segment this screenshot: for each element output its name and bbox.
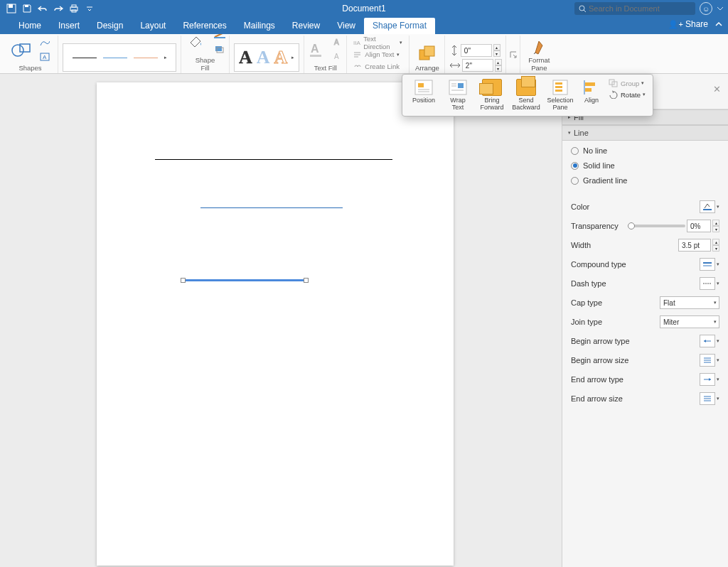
tab-home[interactable]: Home [10,18,50,34]
document-title: Document1 [342,4,385,14]
selection-handle-left[interactable] [181,278,186,283]
tab-design[interactable]: Design [88,18,132,34]
redo-btn[interactable] [51,2,65,15]
text-effects-btn[interactable]: A [331,50,346,63]
bring-forward-button[interactable]: Bring Forward [475,77,509,113]
tab-references[interactable]: References [174,18,235,34]
shapes-button[interactable] [9,40,34,59]
end-size-label: End arrow size [571,394,623,403]
color-dd[interactable]: ▾ [717,204,719,210]
wrap-text-button[interactable]: Wrap Text [441,77,475,113]
shape-fill-button[interactable] [183,34,209,50]
qat-more-btn[interactable] [82,2,97,15]
join-combo[interactable]: Miter▾ [660,315,719,328]
svg-rect-45 [703,209,712,210]
autosave-btn[interactable] [4,2,18,15]
shape-effects-btn[interactable] [212,43,228,55]
height-up[interactable]: ▴ [493,44,500,50]
cap-combo[interactable]: Flat▾ [660,296,719,309]
shape-styles-gallery[interactable]: ▸ [63,43,176,72]
join-label: Join type [571,318,602,326]
svg-rect-12 [214,37,225,38]
line-width-input[interactable]: 3.5 pt [678,239,711,252]
end-arrow-type[interactable] [700,373,715,386]
shape-line-2[interactable] [200,207,343,208]
titlebar-chevron-icon[interactable] [717,5,724,12]
shape-width[interactable]: 2" ▴▾ [449,59,502,72]
width-up[interactable]: ▴ [495,59,502,65]
arrange-button[interactable]: Arrange [412,45,443,72]
tab-layout[interactable]: Layout [132,18,174,34]
undo-btn[interactable] [36,2,50,15]
size-dialog-btn[interactable] [505,38,521,72]
selection-handle-right[interactable] [304,278,309,283]
solid-line-radio[interactable]: Solid line [571,161,719,170]
begin-arrow-type[interactable] [700,335,715,347]
transparency-label: Transparency [571,222,619,230]
search-input[interactable] [589,4,691,13]
shape-line-1[interactable] [155,159,392,160]
text-fill-icon: A [309,41,324,58]
wordart-gallery[interactable]: A A A ▸ [234,43,299,72]
position-button[interactable]: Position [407,77,441,113]
send-backward-button[interactable]: Send Backward [509,77,543,113]
width-input[interactable]: 2" [462,59,493,72]
cap-label: Cap type [571,298,602,307]
no-line-radio[interactable]: No line [571,146,719,155]
svg-rect-2 [25,5,28,7]
tab-review[interactable]: Review [284,18,328,34]
tab-shape-format[interactable]: Shape Format [364,18,435,34]
titlebar: Document1 ☺ [0,0,728,17]
text-box-btn[interactable]: A [37,50,53,63]
group-button[interactable]: Group▾ [609,79,646,87]
wordart-more-icon[interactable]: ▸ [291,55,294,60]
text-direction-btn[interactable]: IIAText Direction▾ [351,37,405,48]
gradient-line-radio[interactable]: Gradient line [571,176,719,185]
gallery-more-icon[interactable]: ▸ [164,55,167,60]
rotate-button[interactable]: Rotate▾ [609,90,646,99]
shape-line-selected[interactable] [183,279,306,281]
align-text-btn[interactable]: Align Text▾ [351,49,405,60]
height-input[interactable]: 0" [461,44,492,57]
transparency-slider[interactable] [630,225,685,227]
color-picker[interactable] [700,200,715,213]
compound-picker[interactable] [700,258,715,271]
begin-arrow-size[interactable] [700,354,715,367]
line-section-header[interactable]: ▾Line [562,125,728,141]
feedback-icon[interactable]: ☺ [700,2,712,15]
format-pane-button[interactable]: Format Pane [523,38,555,72]
svg-rect-1 [9,4,13,8]
share-button[interactable]: 👤+ Share [668,19,708,29]
text-fill-button[interactable]: A [305,41,328,58]
print-btn[interactable] [67,2,81,15]
page[interactable] [97,82,454,566]
search-box[interactable] [574,2,695,15]
svg-rect-38 [555,86,562,88]
begin-size-label: Begin arrow size [571,356,628,364]
document-area[interactable] [0,74,562,567]
collapse-ribbon-icon[interactable] [715,21,722,28]
arrange-dropdown: Position Wrap Text Bring Forward Send Ba… [402,74,653,117]
pane-close-icon[interactable]: ✕ [713,84,721,94]
tab-view[interactable]: View [328,18,364,34]
edit-points-btn[interactable] [37,36,53,49]
dash-picker[interactable] [700,277,715,290]
svg-text:A: A [43,54,47,60]
tab-mailings[interactable]: Mailings [235,18,284,34]
width-down[interactable]: ▾ [495,65,502,72]
svg-rect-28 [418,83,424,87]
height-down[interactable]: ▾ [493,50,500,57]
ribbon-tabs: Home Insert Design Layout References Mai… [0,17,728,34]
selection-pane-button[interactable]: Selection Pane [543,77,577,113]
shape-height[interactable]: 0" ▴▾ [449,44,502,57]
save-btn[interactable] [20,2,34,15]
svg-rect-39 [555,90,562,92]
end-arrow-size[interactable] [700,392,715,405]
text-outline-btn[interactable]: A [331,36,346,49]
align-button[interactable]: Align [577,77,606,113]
text-fill-label: Text Fill [314,64,337,72]
create-link-btn[interactable]: Create Link [351,61,405,72]
workspace: ✕ ▸Fill ▾Line No line Solid line Gradien… [0,74,728,567]
tab-insert[interactable]: Insert [50,18,88,34]
transparency-input[interactable]: 0% [687,220,711,232]
